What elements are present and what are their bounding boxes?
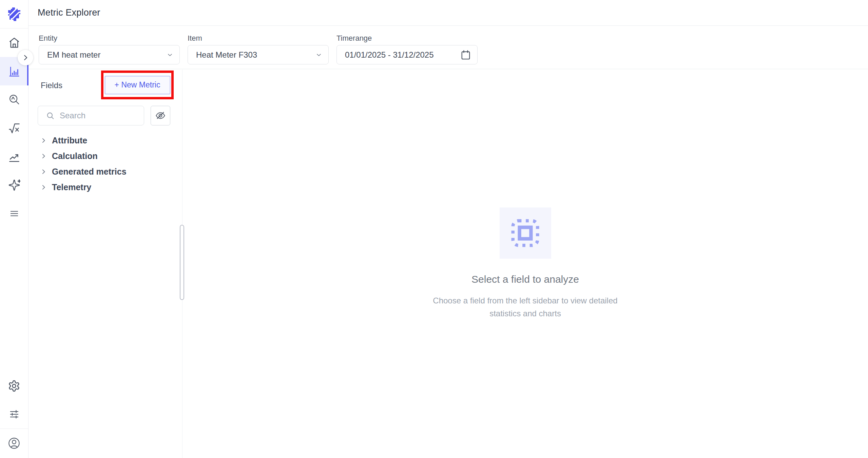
timerange-filter: Timerange 01/01/2025 - 31/12/2025 [336,34,478,69]
fields-panel-title: Fields [41,81,62,90]
chevron-right-icon [40,153,47,160]
entity-value: EM heat meter [47,50,167,60]
search-icon [46,112,55,120]
sidebar-item-calculations[interactable] [0,114,28,142]
app-logo[interactable] [0,0,28,28]
sidebar-item-settings[interactable] [0,372,28,400]
fields-tree: Attribute Calculation Generated metrics … [28,133,179,195]
top-header: Metric Explorer [28,0,868,26]
sidebar-bottom [0,372,28,457]
chevron-right-icon [40,137,47,144]
item-filter: Item Heat Meter F303 [188,34,329,69]
chevron-right-icon [22,54,29,61]
user-icon [8,437,20,450]
tree-group-label: Generated metrics [52,167,127,177]
sidebar-item-preferences[interactable] [0,400,28,429]
search-input[interactable] [59,111,135,121]
menu-icon [8,207,20,220]
tree-group-label: Telemetry [52,182,91,192]
item-label: Item [188,34,329,43]
chevron-right-icon [40,184,47,191]
timerange-value: 01/01/2025 - 31/12/2025 [345,50,460,60]
entity-filter: Entity EM heat meter [39,34,180,69]
search-pulse-icon [8,94,20,106]
sidebar-item-analyze[interactable] [0,85,28,114]
gear-icon [8,380,20,392]
home-icon [8,37,20,49]
entity-label: Entity [39,34,180,43]
metric-explorer-screen: Metric Explorer Entity EM heat meter Ite… [0,0,868,458]
fields-search-row [38,106,170,125]
square-root-icon [8,122,20,134]
sparkles-icon [8,179,20,191]
fields-scrollbar-thumb[interactable] [180,225,184,300]
empty-state-icon-box [500,207,551,259]
tree-group-calculation[interactable]: Calculation [28,148,179,164]
tree-group-generated-metrics[interactable]: Generated metrics [28,164,179,179]
tree-group-telemetry[interactable]: Telemetry [28,179,179,195]
search-field [38,106,144,125]
empty-state-subtitle: Choose a field from the left sidebar to … [422,294,629,320]
page-title: Metric Explorer [38,7,100,18]
sidebar-item-trends[interactable] [0,142,28,171]
sliders-icon [8,408,20,420]
timerange-picker[interactable]: 01/01/2025 - 31/12/2025 [336,45,478,64]
tree-group-label: Attribute [52,136,87,145]
item-value: Heat Meter F303 [196,50,315,60]
box-select-icon [508,216,542,250]
empty-state-title: Select a field to analyze [471,274,579,285]
fields-panel: Fields + New Metric Attribute [28,69,182,458]
filter-bar: Entity EM heat meter Item Heat Meter F30… [28,26,868,69]
tree-group-attribute[interactable]: Attribute [28,133,179,148]
toggle-hidden-fields-button[interactable] [151,106,170,125]
chevron-down-icon [167,52,173,58]
bar-chart-icon [8,65,20,78]
sidebar [0,0,28,458]
timerange-label: Timerange [336,34,478,43]
main-content: Select a field to analyze Choose a field… [182,69,868,458]
annotation-highlight: + New Metric [101,71,174,99]
sidebar-expand-button[interactable] [18,50,33,65]
entity-select[interactable]: EM heat meter [39,45,180,64]
eye-off-icon [155,110,166,121]
new-metric-button[interactable]: + New Metric [105,76,170,94]
calendar-icon [460,49,471,60]
sidebar-item-ai-insights[interactable] [0,171,28,199]
tree-group-label: Calculation [52,151,98,161]
chevron-down-icon [315,52,322,58]
trending-up-icon [8,151,20,163]
chevron-right-icon [40,168,47,175]
sidebar-item-profile[interactable] [0,429,28,457]
sidebar-item-menu[interactable] [0,199,28,228]
empty-state: Select a field to analyze Choose a field… [422,207,629,320]
pixel-gear-logo-icon [8,7,20,21]
item-select[interactable]: Heat Meter F303 [188,45,329,64]
